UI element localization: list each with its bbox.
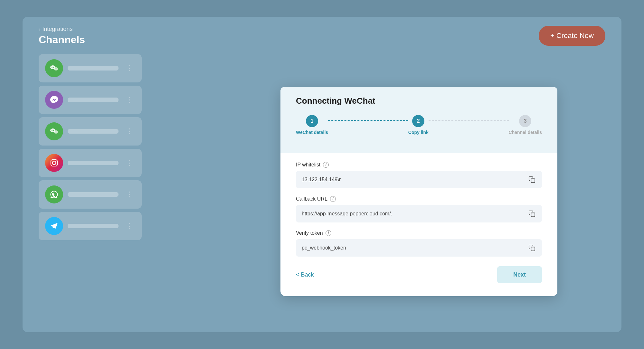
svg-rect-15 xyxy=(531,179,535,183)
more-icon[interactable]: ⋮ xyxy=(123,94,135,105)
stepper: 1 WeChat details 2 Copy link xyxy=(296,115,542,135)
breadcrumb-area: ‹ Integrations Channels xyxy=(39,26,85,46)
list-item: ⋮ xyxy=(39,54,142,82)
svg-point-14 xyxy=(56,160,56,161)
wechat2-icon xyxy=(45,122,63,140)
more-icon[interactable]: ⋮ xyxy=(123,221,135,231)
ip-whitelist-copy-icon[interactable] xyxy=(528,175,536,184)
wechat-icon xyxy=(45,59,63,77)
telegram-icon xyxy=(45,217,63,235)
callback-url-copy-icon[interactable] xyxy=(528,210,536,218)
more-icon[interactable]: ⋮ xyxy=(123,63,135,74)
list-item: ⋮ xyxy=(39,86,142,114)
svg-point-2 xyxy=(53,67,54,68)
svg-rect-17 xyxy=(531,247,535,251)
more-icon[interactable]: ⋮ xyxy=(123,126,135,137)
list-item: ⋮ xyxy=(39,180,142,209)
step-3-circle: 3 xyxy=(519,115,531,127)
list-item: ⋮ xyxy=(39,149,142,177)
verify-token-info-icon[interactable]: i xyxy=(326,230,331,236)
list-item: ⋮ xyxy=(39,117,142,146)
page-title: Channels xyxy=(39,34,85,46)
svg-point-13 xyxy=(52,161,56,165)
channel-list: ⋮ ⋮ xyxy=(39,54,148,332)
ip-whitelist-label: IP whitelist i xyxy=(296,162,542,168)
step-3: 3 Channel details xyxy=(509,115,542,135)
step-3-label: Channel details xyxy=(509,130,542,135)
ip-whitelist-info-icon[interactable]: i xyxy=(323,162,329,168)
svg-point-11 xyxy=(56,132,57,132)
svg-point-1 xyxy=(52,67,52,68)
step-2: 2 Copy link xyxy=(408,115,429,135)
main-content: ⋮ ⋮ xyxy=(23,51,621,332)
step-1: 1 WeChat details xyxy=(296,115,328,135)
svg-point-8 xyxy=(53,130,54,131)
callback-url-input[interactable] xyxy=(302,211,525,217)
modal: Connecting WeChat 1 WeChat details xyxy=(280,87,557,296)
next-button[interactable]: Next xyxy=(497,266,542,283)
ip-whitelist-input[interactable] xyxy=(302,177,525,183)
more-icon[interactable]: ⋮ xyxy=(123,157,135,168)
modal-header-bar: Connecting WeChat 1 WeChat details xyxy=(280,87,557,153)
verify-token-input-wrap xyxy=(296,239,542,257)
svg-point-7 xyxy=(52,130,52,131)
modal-title: Connecting WeChat xyxy=(296,96,542,106)
more-icon[interactable]: ⋮ xyxy=(123,189,135,200)
callback-url-input-wrap xyxy=(296,205,542,222)
step-1-label: WeChat details xyxy=(296,130,328,135)
whatsapp-meta-icon xyxy=(45,185,63,203)
back-chevron-icon: ‹ xyxy=(39,26,40,32)
ip-whitelist-group: IP whitelist i xyxy=(296,162,542,188)
svg-point-9 xyxy=(54,130,58,134)
callback-url-group: Callback URL i xyxy=(296,196,542,222)
callback-url-label: Callback URL i xyxy=(296,196,542,202)
step-1-circle: 1 xyxy=(306,115,318,127)
verify-token-input[interactable] xyxy=(302,245,525,251)
callback-url-info-icon[interactable]: i xyxy=(330,196,336,202)
svg-point-5 xyxy=(56,69,57,69)
step-2-circle: 2 xyxy=(412,115,424,127)
breadcrumb: ‹ Integrations xyxy=(39,26,85,33)
list-item: ⋮ xyxy=(39,212,142,240)
messenger-icon xyxy=(45,91,63,109)
ip-whitelist-input-wrap xyxy=(296,171,542,188)
verify-token-label: Verify token i xyxy=(296,230,542,236)
svg-point-3 xyxy=(54,67,58,71)
create-new-button[interactable]: + Create New xyxy=(539,26,605,46)
step-2-label: Copy link xyxy=(408,130,429,135)
top-bar: ‹ Integrations Channels + Create New xyxy=(23,17,621,51)
verify-token-group: Verify token i xyxy=(296,230,542,257)
connector-2-3 xyxy=(429,120,509,121)
breadcrumb-label: Integrations xyxy=(42,26,72,33)
modal-footer: < Back Next xyxy=(296,266,542,283)
connector-1-2 xyxy=(328,120,408,121)
verify-token-copy-icon[interactable] xyxy=(528,244,536,252)
svg-point-10 xyxy=(55,132,56,132)
svg-point-4 xyxy=(55,69,56,69)
app-container: ‹ Integrations Channels + Create New xyxy=(23,17,621,332)
back-button[interactable]: < Back xyxy=(296,271,314,278)
svg-rect-16 xyxy=(531,213,535,217)
instagram-icon xyxy=(45,154,63,172)
